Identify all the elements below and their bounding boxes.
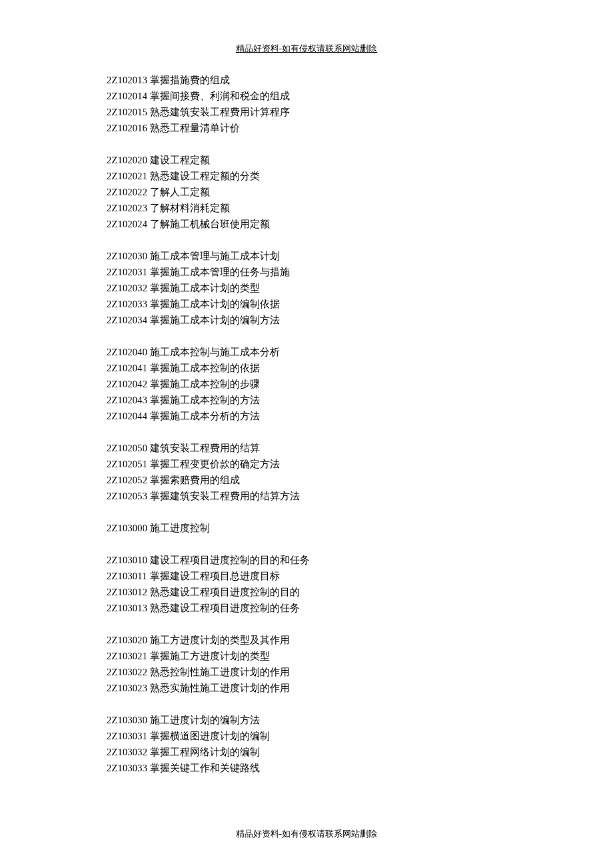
item-text: 施工进度计划的编制方法 (150, 715, 260, 725)
item-text: 建设工程项目进度控制的目的和任务 (150, 555, 310, 565)
item-text: 掌握施工成本计划的类型 (150, 283, 260, 293)
outline-row: 2Z102013掌握措施费的组成 (107, 72, 506, 88)
item-code: 2Z103030 (107, 715, 147, 725)
item-text: 熟悉实施性施工进度计划的作用 (150, 683, 290, 693)
outline-row: 2Z102053掌握建筑安装工程费用的结算方法 (107, 488, 506, 504)
outline-row: 2Z102044掌握施工成本分析的方法 (107, 408, 506, 424)
item-text: 掌握间接费、利润和税金的组成 (150, 91, 290, 101)
outline-row: 2Z103033掌握关键工作和关键路线 (107, 760, 506, 776)
outline-group: 2Z102013掌握措施费的组成2Z102014掌握间接费、利润和税金的组成2Z… (107, 72, 506, 136)
outline-row: 2Z102015熟悉建筑安装工程费用计算程序 (107, 104, 506, 120)
item-code: 2Z102032 (107, 283, 147, 293)
document-body: 2Z102013掌握措施费的组成2Z102014掌握间接费、利润和税金的组成2Z… (107, 72, 506, 792)
outline-row: 2Z102050建筑安装工程费用的结算 (107, 440, 506, 456)
outline-row: 2Z102014掌握间接费、利润和税金的组成 (107, 88, 506, 104)
item-text: 掌握施工成本管理的任务与措施 (150, 267, 290, 277)
item-code: 2Z103011 (107, 571, 147, 581)
item-code: 2Z102016 (107, 123, 147, 133)
item-text: 掌握关键工作和关键路线 (150, 763, 260, 773)
outline-row: 2Z102051掌握工程变更价款的确定方法 (107, 456, 506, 472)
item-text: 建设工程定额 (150, 155, 210, 165)
outline-row: 2Z103021掌握施工方进度计划的类型 (107, 648, 506, 664)
outline-row: 2Z102030施工成本管理与施工成本计划 (107, 248, 506, 264)
item-text: 熟悉建筑安装工程费用计算程序 (150, 107, 290, 117)
outline-row: 2Z103022熟悉控制性施工进度计划的作用 (107, 664, 506, 680)
item-code: 2Z102053 (107, 491, 147, 501)
outline-group: 2Z102040施工成本控制与施工成本分析2Z102041掌握施工成本控制的依据… (107, 344, 506, 424)
item-text: 掌握施工成本分析的方法 (150, 411, 260, 421)
item-code: 2Z102051 (107, 459, 147, 469)
item-text: 熟悉建设工程项目进度控制的任务 (150, 603, 300, 613)
item-code: 2Z103000 (107, 523, 147, 533)
outline-row: 2Z102043掌握施工成本控制的方法 (107, 392, 506, 408)
page-header: 精品好资料-如有侵权请联系网站删除 (107, 43, 506, 55)
item-code: 2Z102033 (107, 299, 147, 309)
outline-row: 2Z103011掌握建设工程项目总进度目标 (107, 568, 506, 584)
outline-row: 2Z102020建设工程定额 (107, 152, 506, 168)
outline-row: 2Z102031掌握施工成本管理的任务与措施 (107, 264, 506, 280)
item-code: 2Z103013 (107, 603, 147, 613)
item-code: 2Z102021 (107, 171, 147, 181)
item-text: 掌握施工成本计划的编制依据 (150, 299, 280, 309)
item-code: 2Z103021 (107, 651, 147, 661)
item-text: 施工方进度计划的类型及其作用 (150, 635, 290, 645)
page-footer: 精品好资料-如有侵权请联系网站删除 (107, 828, 506, 840)
item-text: 掌握建筑安装工程费用的结算方法 (150, 491, 300, 501)
outline-row: 2Z103030施工进度计划的编制方法 (107, 712, 506, 728)
outline-group: 2Z102030施工成本管理与施工成本计划2Z102031掌握施工成本管理的任务… (107, 248, 506, 328)
outline-group: 2Z103030施工进度计划的编制方法2Z103031掌握横道图进度计划的编制2… (107, 712, 506, 776)
item-code: 2Z103033 (107, 763, 147, 773)
item-text: 掌握索赔费用的组成 (150, 475, 240, 485)
item-code: 2Z102044 (107, 411, 147, 421)
item-code: 2Z103023 (107, 683, 147, 693)
item-code: 2Z102015 (107, 107, 147, 117)
item-code: 2Z102052 (107, 475, 147, 485)
outline-group: 2Z103020施工方进度计划的类型及其作用2Z103021掌握施工方进度计划的… (107, 632, 506, 696)
item-text: 熟悉建设工程项目进度控制的目的 (150, 587, 300, 597)
item-code: 2Z102022 (107, 187, 147, 197)
outline-row: 2Z103020施工方进度计划的类型及其作用 (107, 632, 506, 648)
outline-row: 2Z102024了解施工机械台班使用定额 (107, 216, 506, 232)
item-text: 施工进度控制 (150, 523, 210, 533)
item-code: 2Z102020 (107, 155, 147, 165)
outline-row: 2Z103031掌握横道图进度计划的编制 (107, 728, 506, 744)
outline-row: 2Z102034掌握施工成本计划的编制方法 (107, 312, 506, 328)
item-text: 掌握施工成本控制的方法 (150, 395, 260, 405)
item-code: 2Z102050 (107, 443, 147, 453)
item-text: 掌握措施费的组成 (150, 75, 230, 85)
item-code: 2Z102041 (107, 363, 147, 373)
outline-group: 2Z103010建设工程项目进度控制的目的和任务2Z103011掌握建设工程项目… (107, 552, 506, 616)
item-text: 施工成本控制与施工成本分析 (150, 347, 280, 357)
outline-row: 2Z102021熟悉建设工程定额的分类 (107, 168, 506, 184)
item-text: 施工成本管理与施工成本计划 (150, 251, 280, 261)
outline-row: 2Z102032掌握施工成本计划的类型 (107, 280, 506, 296)
outline-row: 2Z103010建设工程项目进度控制的目的和任务 (107, 552, 506, 568)
item-code: 2Z103031 (107, 731, 147, 741)
item-text: 了解材料消耗定额 (150, 203, 230, 213)
item-text: 了解人工定额 (150, 187, 210, 197)
item-text: 掌握建设工程项目总进度目标 (150, 571, 280, 581)
outline-row: 2Z103032掌握工程网络计划的编制 (107, 744, 506, 760)
item-code: 2Z103012 (107, 587, 147, 597)
item-code: 2Z103022 (107, 667, 147, 677)
item-code: 2Z103032 (107, 747, 147, 757)
outline-row: 2Z102042掌握施工成本控制的步骤 (107, 376, 506, 392)
item-code: 2Z102040 (107, 347, 147, 357)
outline-row: 2Z103023熟悉实施性施工进度计划的作用 (107, 680, 506, 696)
item-code: 2Z102014 (107, 91, 147, 101)
outline-row: 2Z102016熟悉工程量清单计价 (107, 120, 506, 136)
item-text: 熟悉建设工程定额的分类 (150, 171, 260, 181)
item-text: 建筑安装工程费用的结算 (150, 443, 260, 453)
outline-row: 2Z103012熟悉建设工程项目进度控制的目的 (107, 584, 506, 600)
item-code: 2Z102031 (107, 267, 147, 277)
outline-row: 2Z102052掌握索赔费用的组成 (107, 472, 506, 488)
item-code: 2Z102043 (107, 395, 147, 405)
item-code: 2Z102013 (107, 75, 147, 85)
outline-row: 2Z103013熟悉建设工程项目进度控制的任务 (107, 600, 506, 616)
item-code: 2Z102034 (107, 315, 147, 325)
outline-row: 2Z102040施工成本控制与施工成本分析 (107, 344, 506, 360)
item-text: 掌握横道图进度计划的编制 (150, 731, 270, 741)
item-text: 掌握施工成本控制的步骤 (150, 379, 260, 389)
item-code: 2Z102023 (107, 203, 147, 213)
item-text: 掌握施工成本计划的编制方法 (150, 315, 280, 325)
